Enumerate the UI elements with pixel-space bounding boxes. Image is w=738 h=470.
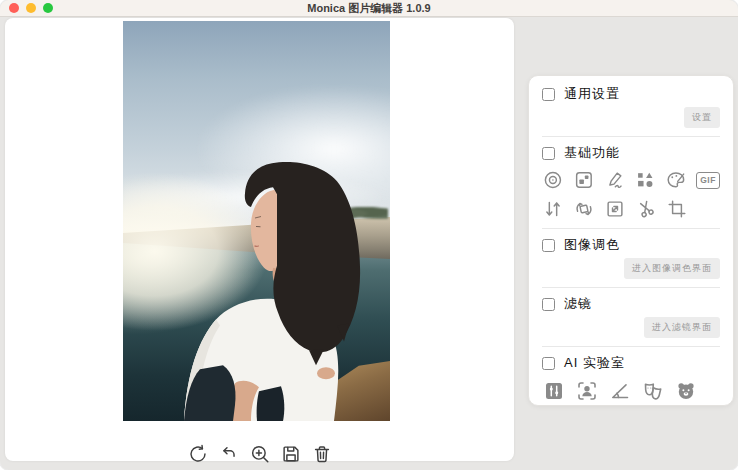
rotate-icon[interactable] — [573, 198, 595, 220]
app-window: Monica 图片编辑器 1.0.9 — [0, 0, 738, 470]
palette-icon[interactable] — [665, 169, 687, 191]
angle-icon[interactable] — [608, 379, 632, 403]
section-label-color-grading: 图像调色 — [564, 236, 620, 254]
divider — [542, 287, 720, 288]
undo-icon[interactable] — [218, 443, 240, 465]
blur-circle-icon[interactable] — [542, 169, 564, 191]
shapes-icon[interactable] — [634, 169, 656, 191]
gif-icon[interactable]: GIF — [696, 172, 720, 189]
adjust-sliders-icon[interactable] — [542, 379, 566, 403]
bottom-toolbar — [5, 443, 514, 465]
scissors-icon[interactable] — [635, 198, 657, 220]
section-ai-lab: AI 实验室 — [542, 354, 720, 372]
section-label-basic-functions: 基础功能 — [564, 144, 620, 162]
doodle-pen-icon[interactable] — [604, 169, 626, 191]
collage-icon[interactable] — [573, 169, 595, 191]
resize-icon[interactable] — [604, 198, 626, 220]
section-basic-functions: 基础功能 — [542, 144, 720, 162]
flip-vertical-icon[interactable] — [542, 198, 564, 220]
checkbox-general-settings[interactable] — [542, 88, 555, 101]
checkbox-color-grading[interactable] — [542, 239, 555, 252]
divider — [542, 136, 720, 137]
rotate-ccw-icon[interactable] — [187, 443, 209, 465]
save-icon[interactable] — [280, 443, 302, 465]
basic-icons-row-2 — [542, 198, 720, 220]
settings-button[interactable]: 设置 — [684, 107, 720, 128]
section-label-ai-lab: AI 实验室 — [564, 354, 625, 372]
section-general-settings: 通用设置 — [542, 85, 720, 103]
basic-icons-row-1: GIF — [542, 169, 720, 191]
checkbox-basic-functions[interactable] — [542, 147, 555, 160]
tools-panel: 通用设置 设置 基础功能 GIF 图像调色 进入图像调色界面 滤镜 进入滤镜界面 — [528, 75, 734, 406]
theater-masks-icon[interactable] — [641, 379, 665, 403]
titlebar: Monica 图片编辑器 1.0.9 — [0, 0, 738, 17]
window-title: Monica 图片编辑器 1.0.9 — [0, 1, 738, 16]
ai-lab-icons-row — [542, 379, 720, 403]
section-label-general-settings: 通用设置 — [564, 85, 620, 103]
section-filters: 滤镜 — [542, 295, 720, 313]
enter-color-grading-button[interactable]: 进入图像调色界面 — [624, 258, 720, 279]
divider — [542, 228, 720, 229]
bear-face-icon[interactable] — [674, 379, 698, 403]
enter-filters-button[interactable]: 进入滤镜界面 — [644, 317, 720, 338]
subject-person-illustration — [123, 21, 390, 421]
checkbox-ai-lab[interactable] — [542, 357, 555, 370]
checkbox-filters[interactable] — [542, 298, 555, 311]
divider — [542, 346, 720, 347]
face-detect-icon[interactable] — [575, 379, 599, 403]
crop-icon[interactable] — [666, 198, 688, 220]
section-label-filters: 滤镜 — [564, 295, 592, 313]
zoom-in-icon[interactable] — [249, 443, 271, 465]
photo-preview[interactable] — [123, 21, 390, 421]
trash-icon[interactable] — [311, 443, 333, 465]
editor-canvas — [5, 18, 514, 461]
section-color-grading: 图像调色 — [542, 236, 720, 254]
